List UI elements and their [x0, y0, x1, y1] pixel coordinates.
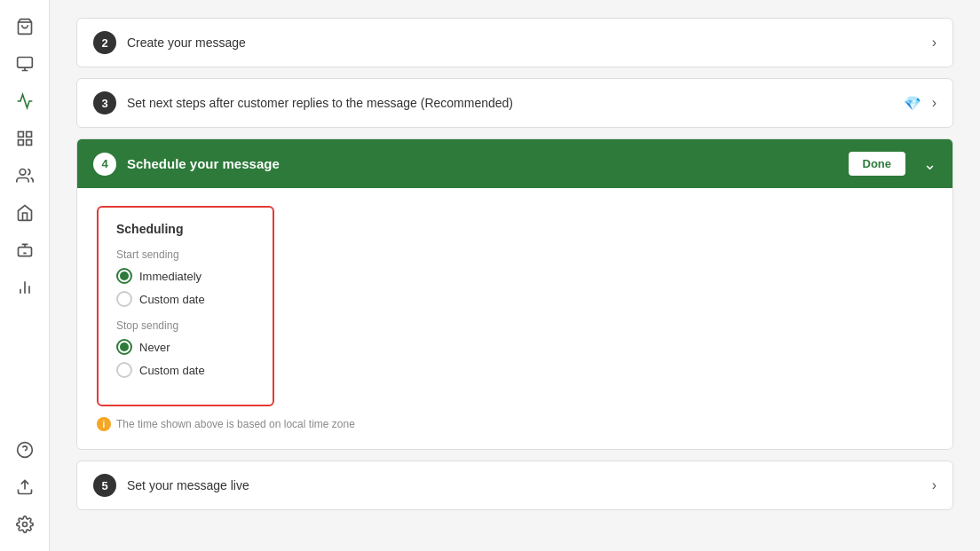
help-icon[interactable] [9, 434, 41, 466]
export-icon[interactable] [9, 471, 41, 503]
store-icon[interactable] [9, 197, 41, 229]
immediately-radio-inner [120, 272, 129, 280]
scheduling-box: Scheduling Start sending Immediately Cus… [97, 206, 274, 406]
step-5-number: 5 [93, 474, 116, 497]
grid-icon[interactable] [9, 122, 41, 154]
svg-rect-1 [17, 58, 32, 68]
immediately-radio[interactable] [116, 268, 132, 284]
step-4-card: 4 Schedule your message Done ⌄ Schedulin… [76, 138, 953, 450]
contacts-icon[interactable] [9, 160, 41, 192]
step-3-chevron: › [932, 95, 937, 111]
timezone-note: i The time shown above is based on local… [97, 417, 933, 431]
timezone-text: The time shown above is based on local t… [116, 418, 355, 430]
inbox-icon[interactable] [9, 48, 41, 80]
step-5-header[interactable]: 5 Set your message live › [77, 461, 952, 509]
stop-custom-date-radio[interactable] [116, 362, 132, 378]
svg-rect-5 [26, 140, 31, 146]
never-label: Never [139, 341, 170, 354]
step-2-header[interactable]: 2 Create your message › [77, 19, 952, 67]
diamond-icon: 💎 [904, 95, 921, 112]
start-custom-date-radio[interactable] [116, 291, 132, 307]
step-2-card: 2 Create your message › [76, 18, 953, 67]
svg-point-12 [22, 523, 27, 527]
stop-radio-group: Never Custom date [116, 339, 255, 378]
step-2-number: 2 [93, 31, 116, 54]
start-custom-date-label: Custom date [139, 293, 205, 306]
never-option[interactable]: Never [116, 339, 255, 355]
step-4-chevron: ⌄ [923, 154, 937, 174]
step-3-number: 3 [93, 91, 116, 114]
never-radio[interactable] [116, 339, 132, 355]
step-4-title: Schedule your message [127, 156, 838, 171]
step-4-body: Scheduling Start sending Immediately Cus… [77, 188, 952, 449]
step-5-chevron: › [932, 477, 937, 493]
step-4-number: 4 [93, 153, 116, 176]
svg-rect-7 [18, 248, 31, 256]
svg-rect-4 [18, 140, 23, 146]
sidebar [0, 0, 50, 551]
reports-icon[interactable] [9, 272, 41, 303]
step-3-card: 3 Set next steps after customer replies … [76, 78, 953, 128]
start-radio-group: Immediately Custom date [116, 268, 255, 307]
bot-icon[interactable] [9, 234, 41, 266]
step-3-header[interactable]: 3 Set next steps after customer replies … [77, 79, 952, 127]
settings-icon[interactable] [9, 508, 41, 540]
done-button[interactable]: Done [849, 152, 906, 176]
stop-sending-label: Stop sending [116, 319, 255, 332]
step-2-chevron: › [932, 35, 937, 51]
immediately-label: Immediately [139, 270, 202, 283]
campaign-icon[interactable] [9, 85, 41, 117]
start-sending-label: Start sending [116, 248, 255, 261]
step-3-title: Set next steps after customer replies to… [127, 96, 888, 110]
start-custom-date-option[interactable]: Custom date [116, 291, 255, 307]
step-5-card: 5 Set your message live › [76, 460, 953, 510]
scheduling-title: Scheduling [116, 222, 255, 236]
step-5-title: Set your message live [127, 478, 921, 492]
never-radio-inner [120, 342, 129, 351]
stop-custom-date-option[interactable]: Custom date [116, 362, 255, 378]
immediately-option[interactable]: Immediately [116, 268, 255, 284]
svg-rect-3 [26, 132, 31, 138]
info-icon: i [97, 417, 111, 431]
shop-icon[interactable] [9, 11, 41, 43]
main-content: 2 Create your message › 3 Set next steps… [50, 0, 980, 551]
svg-rect-2 [18, 132, 23, 138]
stop-custom-date-label: Custom date [139, 364, 205, 377]
step-2-title: Create your message [127, 35, 921, 50]
step-4-header: 4 Schedule your message Done ⌄ [77, 139, 952, 188]
svg-point-6 [20, 169, 26, 176]
